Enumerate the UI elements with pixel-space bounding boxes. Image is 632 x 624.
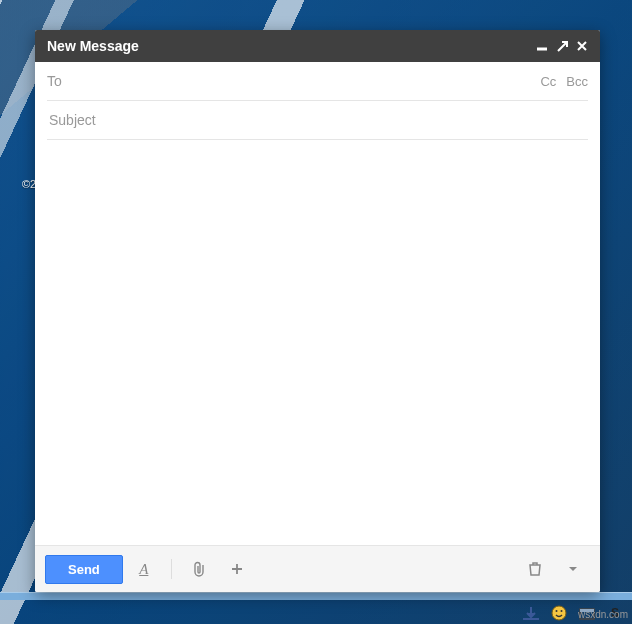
compose-toolbar: Send A (35, 545, 600, 592)
svg-rect-0 (537, 48, 547, 50)
svg-point-3 (556, 610, 558, 612)
compose-title: New Message (47, 38, 139, 54)
cc-toggle[interactable]: Cc (540, 74, 556, 89)
subject-row[interactable] (47, 101, 588, 140)
svg-point-4 (561, 610, 563, 612)
to-row[interactable]: To Cc Bcc (47, 62, 588, 101)
header-fields: To Cc Bcc (35, 62, 600, 140)
to-label: To (47, 73, 62, 89)
discard-icon[interactable] (518, 554, 552, 584)
insert-icon[interactable] (220, 554, 254, 584)
minimize-icon[interactable] (536, 40, 548, 52)
bcc-toggle[interactable]: Bcc (566, 74, 588, 89)
attach-icon[interactable] (182, 554, 216, 584)
emoji-tray-icon[interactable] (550, 604, 568, 622)
popout-icon[interactable] (556, 40, 568, 52)
watermark-text: wsxdn.com (578, 609, 628, 620)
subject-input[interactable] (47, 111, 588, 129)
compose-titlebar[interactable]: New Message (35, 30, 600, 62)
more-options-icon[interactable] (556, 554, 590, 584)
formatting-icon[interactable]: A (127, 554, 161, 584)
svg-point-2 (552, 606, 566, 620)
window-controls (536, 40, 588, 52)
to-input[interactable] (70, 72, 541, 90)
download-arrow-icon[interactable] (522, 604, 540, 622)
close-icon[interactable] (576, 40, 588, 52)
toolbar-divider (171, 559, 172, 579)
desktop-background: ©2 New Message To Cc (0, 0, 632, 624)
message-body[interactable] (35, 140, 600, 545)
send-button[interactable]: Send (45, 555, 123, 584)
desktop-divider (0, 592, 632, 600)
svg-rect-1 (523, 618, 539, 620)
compose-window: New Message To Cc Bcc (35, 30, 600, 592)
